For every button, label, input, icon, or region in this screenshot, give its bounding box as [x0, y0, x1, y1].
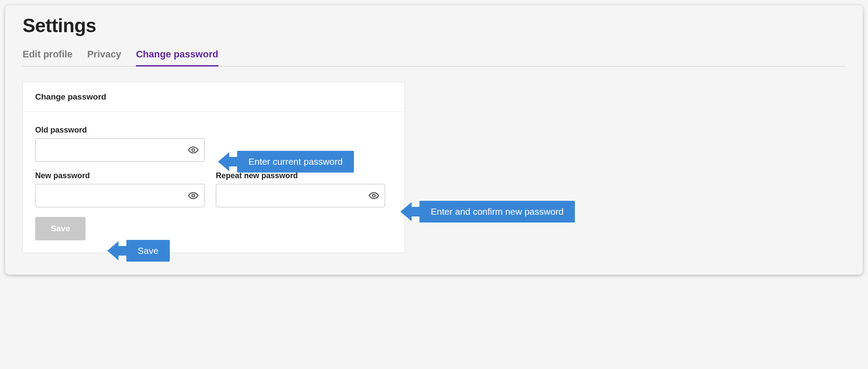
eye-icon[interactable]	[367, 189, 381, 203]
field-new-password: New password	[35, 171, 205, 207]
old-password-input[interactable]	[35, 138, 205, 162]
callout-current-password: Enter current password	[218, 151, 354, 173]
repeat-password-input[interactable]	[216, 184, 385, 207]
callout-save: Save	[107, 240, 170, 262]
new-password-label: New password	[35, 171, 205, 180]
field-repeat-password: Repeat new password	[216, 171, 385, 207]
svg-point-1	[192, 194, 195, 197]
callout-new-password: Enter and confirm new password	[400, 201, 575, 223]
callout-text: Enter and confirm new password	[419, 201, 575, 223]
arrow-left-icon	[218, 152, 229, 171]
settings-page: Settings Edit profile Privacy Change pas…	[5, 5, 863, 275]
callout-text: Save	[126, 240, 170, 262]
card-title: Change password	[35, 92, 392, 102]
new-password-input[interactable]	[35, 184, 205, 207]
svg-point-0	[192, 149, 195, 151]
save-button[interactable]: Save	[35, 217, 86, 240]
field-old-password: Old password	[35, 126, 205, 162]
svg-point-2	[373, 194, 375, 197]
repeat-password-label: Repeat new password	[216, 171, 385, 180]
card-header: Change password	[23, 83, 404, 112]
tabs: Edit profile Privacy Change password	[23, 49, 845, 66]
old-password-label: Old password	[35, 126, 205, 135]
eye-icon[interactable]	[186, 143, 200, 157]
tab-change-password[interactable]: Change password	[136, 49, 218, 66]
callout-text: Enter current password	[237, 151, 354, 173]
card-body: Old password New password	[23, 112, 404, 253]
tab-edit-profile[interactable]: Edit profile	[23, 49, 73, 66]
arrow-left-icon	[400, 202, 412, 221]
eye-icon[interactable]	[186, 189, 200, 203]
arrow-left-icon	[107, 241, 119, 260]
page-title: Settings	[23, 15, 845, 37]
tab-privacy[interactable]: Privacy	[87, 49, 121, 66]
